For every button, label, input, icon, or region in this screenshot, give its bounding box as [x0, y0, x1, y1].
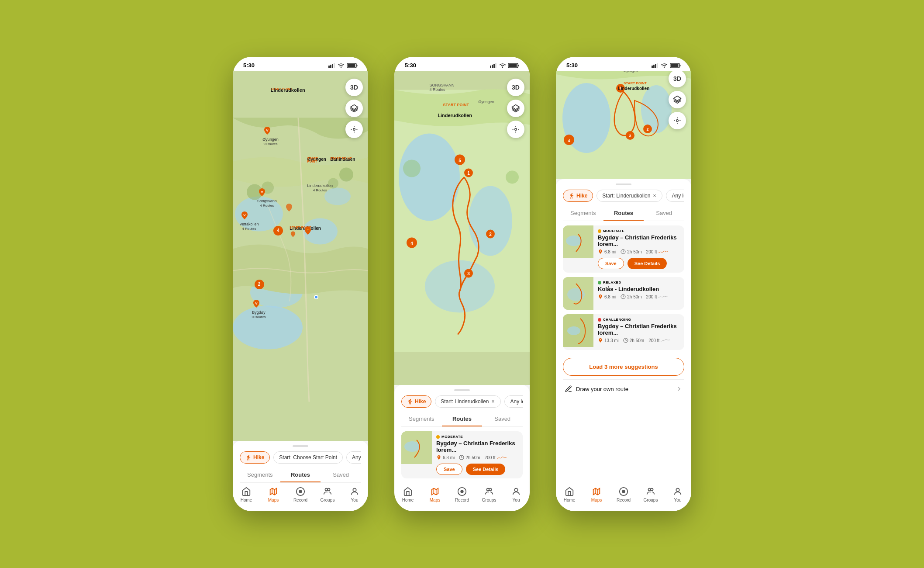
- signal-icon: [328, 63, 335, 68]
- layers-button-2[interactable]: [507, 100, 524, 117]
- svg-point-66: [514, 488, 517, 492]
- map-area-2[interactable]: 2 3 1 4 5 3D: [394, 57, 530, 385]
- battery-icon-3: [670, 63, 681, 68]
- layers-button-1[interactable]: [345, 100, 363, 117]
- nav-you-2[interactable]: You: [503, 487, 530, 502]
- status-bar-3: 5:30: [556, 57, 691, 71]
- 3d-button-2[interactable]: 3D: [507, 79, 524, 96]
- nav-maps-2[interactable]: Maps: [421, 487, 448, 502]
- nav-maps-3[interactable]: Maps: [583, 487, 610, 502]
- nav-you-label-2: You: [513, 498, 520, 502]
- start-filter-2[interactable]: Start: Linderudkollen ×: [435, 395, 501, 408]
- nav-groups-label-3: Groups: [644, 498, 658, 502]
- svg-point-35: [502, 66, 503, 67]
- length-filter-3[interactable]: Any length: [666, 190, 684, 202]
- route-stats-3-3: 13.3 mi 2h 50m 200 ft: [598, 338, 680, 343]
- details-button-3-1[interactable]: See Details: [627, 258, 667, 269]
- time-2: 5:30: [405, 62, 416, 69]
- map-bg-1: 3D START POINT Li: [233, 57, 368, 441]
- map-controls-3: 3D: [669, 70, 686, 129]
- length-filter-1[interactable]: Any length: [346, 451, 361, 464]
- hike-filter-1[interactable]: Hike: [240, 451, 270, 464]
- tab-routes-2[interactable]: Routes: [442, 412, 483, 426]
- route-name-3-3: Bygdøy – Christian Frederiks lorem...: [598, 323, 680, 336]
- tab-segments-2[interactable]: Segments: [401, 412, 442, 426]
- hike-filter-3[interactable]: Hike: [563, 190, 593, 202]
- nav-maps-label-1: Maps: [268, 498, 279, 502]
- maps-icon-1: [269, 487, 278, 496]
- nav-record-3[interactable]: Record: [610, 487, 637, 502]
- tab-routes-1[interactable]: Routes: [280, 468, 321, 482]
- tab-routes-3[interactable]: Routes: [603, 206, 644, 221]
- svg-text:5: 5: [459, 158, 461, 163]
- nav-home-3[interactable]: Home: [556, 487, 583, 502]
- start-point-label-linderudkollen: START POINT Linderudkollen: [271, 87, 305, 93]
- hike-filter-2[interactable]: Hike: [401, 395, 431, 408]
- svg-point-4: [341, 66, 341, 67]
- svg-point-43: [403, 160, 421, 177]
- nav-home-1[interactable]: Home: [233, 487, 260, 502]
- svg-point-89: [676, 120, 679, 122]
- you-icon-2: [511, 487, 521, 496]
- start-filter-1[interactable]: Start: Choose Start Point: [273, 451, 343, 464]
- route-actions-3-1: Save See Details: [598, 258, 680, 269]
- save-button-2[interactable]: Save: [436, 464, 462, 475]
- hike-icon-3: [569, 193, 575, 199]
- difficulty-3-3: CHALLENGING: [598, 318, 680, 322]
- load-more-button-3[interactable]: Load 3 more suggestions: [563, 358, 684, 376]
- clear-start-2[interactable]: ×: [490, 398, 495, 405]
- map-area-3[interactable]: SONGSVANN 4 Routes 2 3 4 1 3D: [556, 57, 691, 179]
- svg-point-11: [233, 306, 303, 350]
- nav-record-1[interactable]: Record: [287, 487, 314, 502]
- nav-you-1[interactable]: You: [341, 487, 368, 502]
- nav-you-3[interactable]: You: [664, 487, 691, 502]
- tab-segments-3[interactable]: Segments: [563, 206, 603, 221]
- nav-groups-2[interactable]: Groups: [476, 487, 503, 502]
- stat-elevation-3-2: 200 ft: [646, 294, 668, 299]
- clear-start-3[interactable]: ×: [652, 193, 657, 199]
- 3d-button-1[interactable]: 3D: [345, 79, 363, 96]
- svg-text:V: V: [266, 128, 269, 132]
- map-area-1[interactable]: 3D START POINT Li: [233, 57, 368, 441]
- nav-maps-1[interactable]: Maps: [260, 487, 287, 502]
- tab-saved-3[interactable]: Saved: [644, 206, 684, 221]
- save-button-3-1[interactable]: Save: [598, 258, 624, 269]
- tab-saved-2[interactable]: Saved: [482, 412, 523, 426]
- difficulty-2: MODERATE: [436, 435, 518, 439]
- nav-home-2[interactable]: Home: [394, 487, 421, 502]
- svg-rect-2: [332, 64, 333, 68]
- 3d-button-3[interactable]: 3D: [669, 70, 686, 87]
- svg-text:3: 3: [467, 271, 470, 276]
- route-card-content-3-1: MODERATE Bygdøy – Christian Frederiks lo…: [593, 225, 684, 273]
- nav-you-label-1: You: [351, 498, 359, 502]
- pencil-icon-3: [565, 385, 572, 393]
- stat-distance-3-1: 6.8 mi: [598, 249, 616, 254]
- svg-point-44: [506, 171, 519, 184]
- route-stats-2: 6.8 mi 2h 50m 200 ft: [436, 455, 518, 460]
- length-filter-2[interactable]: Any length: [504, 395, 523, 408]
- start-filter-3[interactable]: Start: Linderudkollen ×: [596, 190, 662, 202]
- nav-record-2[interactable]: Record: [448, 487, 476, 502]
- tab-saved-1[interactable]: Saved: [321, 468, 361, 482]
- tab-segments-1[interactable]: Segments: [240, 468, 280, 482]
- svg-rect-0: [328, 66, 330, 68]
- location-button-2[interactable]: [507, 121, 524, 138]
- start-label-1: Start: Choose Start Point: [279, 454, 337, 461]
- difficulty-dot-3-2: [598, 281, 601, 284]
- svg-rect-38: [518, 65, 519, 66]
- layers-button-3[interactable]: [669, 91, 686, 108]
- nav-groups-label-1: Groups: [321, 498, 335, 502]
- stat-duration-3-2: 2h 50m: [621, 294, 641, 299]
- stat-elevation-2: 200 ft: [485, 455, 507, 460]
- nav-groups-3[interactable]: Groups: [637, 487, 664, 502]
- nav-groups-1[interactable]: Groups: [314, 487, 341, 502]
- map-marker-songsvann: V Songsvann4 Routes: [257, 187, 277, 208]
- details-button-2[interactable]: See Details: [466, 464, 506, 475]
- location-button-3[interactable]: [669, 112, 686, 129]
- stat-duration-3-1: 2h 50m: [621, 249, 641, 254]
- difficulty-3-1: MODERATE: [598, 229, 680, 233]
- svg-point-27: [299, 490, 302, 493]
- svg-point-102: [622, 490, 625, 493]
- draw-route-row-3[interactable]: Draw your own route: [563, 379, 684, 398]
- location-button-1[interactable]: [345, 121, 363, 138]
